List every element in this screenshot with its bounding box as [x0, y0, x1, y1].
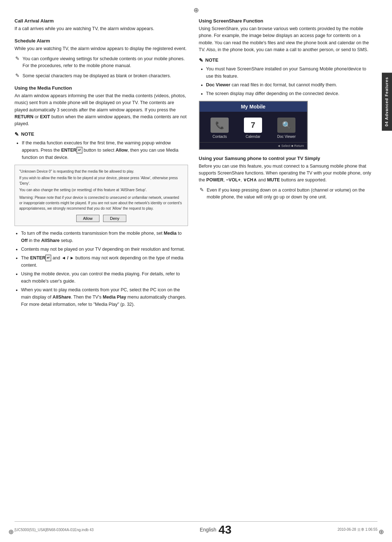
deny-button[interactable]: Deny [103, 215, 126, 222]
bullet-2: Contents may not be played on your TV de… [21, 246, 188, 253]
screenshare-note-item-1: You must have ScreenShare installed on y… [206, 65, 372, 80]
my-mobile-title: My Mobile [200, 102, 307, 112]
media-function-note-block: ✎ NOTE If the media function executes fo… [15, 131, 188, 161]
call-arrival-alarm-body: If a call arrives while you are watching… [15, 25, 188, 32]
call-arrival-alarm-title: Call Arrival Alarm [15, 18, 188, 24]
docviewer-label: Doc Viewer [277, 135, 296, 139]
dialog-text2: If you wish to allow the media file to b… [19, 175, 183, 186]
dialog-buttons: Allow Deny [19, 215, 183, 222]
docviewer-icon-box: 🔍 [277, 118, 295, 133]
crosshair-top-icon: ⊕ [192, 7, 200, 14]
schedule-alarm-note1-text: You can configure viewing settings for s… [23, 56, 188, 70]
bullet-3: The ENTER↵ and ◄ / ► buttons may not wor… [21, 254, 188, 269]
right-column: Using ScreenShare Function Using ScreenS… [199, 18, 372, 517]
media-bullets: To turn off the media contents transmiss… [15, 230, 188, 308]
calendar-icon-box: 7 [244, 118, 262, 133]
samsung-phone-title: Using your Samsung phone to control your… [199, 156, 372, 161]
page-number: 43 [219, 524, 232, 535]
note-header-label: NOTE [21, 131, 34, 137]
screenshare-note-item-3: The screen display may differ depending … [206, 90, 372, 97]
page-label: English [200, 527, 216, 533]
screenshare-body: Using ScreenShare, you can browse variou… [199, 25, 372, 54]
media-dialog-box: "Unknown Device 0" is requesting that th… [15, 165, 188, 226]
dialog-text1: "Unknown Device 0" is requesting that th… [19, 169, 183, 174]
calendar-number: 7 [251, 120, 255, 130]
my-mobile-footer-text: ◄ Select ■ Return [277, 144, 304, 148]
samsung-phone-note-text: Even if you keep pressing down on a cont… [207, 187, 372, 201]
bullet-4: Using the mobile device, you can control… [21, 270, 188, 285]
screenshare-note-item-2: Doc Viewer can read files in doc format,… [206, 81, 372, 89]
contacts-icon-box: 📞 [211, 118, 229, 133]
contacts-icon-item: 📞 Contacts [211, 118, 229, 139]
page-number-area: English 43 [200, 524, 232, 535]
calendar-icon-item: 7 Calendar [244, 118, 262, 139]
media-function-note-item-1: If the media function executes for the f… [22, 139, 188, 161]
main-content: Call Arrival Alarm If a call arrives whi… [15, 18, 372, 517]
screenshare-note-label: NOTE [205, 57, 219, 63]
left-column: Call Arrival Alarm If a call arrives whi… [15, 18, 188, 517]
schedule-alarm-title: Schedule Alarm [15, 38, 188, 44]
screenshare-note-block: ✎ NOTE You must have ScreenShare install… [199, 57, 372, 97]
media-function-title: Using the Media Function [15, 85, 188, 91]
bullet-1: To turn off the media contents transmiss… [21, 230, 188, 244]
my-mobile-footer: ◄ Select ■ Return [200, 142, 307, 149]
screenshare-note-icon: ✎ [199, 57, 203, 63]
calendar-label: Calendar [246, 135, 261, 139]
samsung-phone-note: Even if you keep pressing down on a cont… [199, 187, 372, 201]
dialog-text3: You can also change the setting (or rese… [19, 187, 183, 193]
chapter-tab: 04 Advanced Features [382, 73, 392, 131]
crosshair-bottom-left-icon: ⊕ [7, 528, 15, 535]
media-function-note-header: ✎ NOTE [15, 131, 188, 137]
docviewer-icon-item: 🔍 Doc Viewer [277, 118, 296, 139]
bottom-right-text: 2010-06-28 오후 1:06:55 [338, 527, 377, 532]
schedule-alarm-note2: Some special characters may be displayed… [15, 73, 188, 79]
screenshare-note-list: You must have ScreenShare installed on y… [199, 65, 372, 97]
screenshare-note-header: ✎ NOTE [199, 57, 372, 63]
media-function-body: An alarm window appears informing the us… [15, 93, 188, 128]
schedule-alarm-body: While you are watching TV, the alarm win… [15, 45, 188, 52]
samsung-phone-body: Before you can use this feature, you mus… [199, 163, 372, 184]
allow-button[interactable]: Allow [76, 215, 99, 222]
bottom-bar: [UC5000(5S)_USA]BN68-03004A-01Eng.indb 4… [15, 521, 377, 535]
my-mobile-icons: 📞 Contacts 7 Calendar 🔍 Doc Viewer [200, 112, 307, 142]
schedule-alarm-note2-text: Some special characters may be displayed… [23, 73, 188, 79]
screenshare-title: Using ScreenShare Function [199, 18, 372, 24]
dialog-warning: Warning: Please note that if your device… [19, 195, 183, 211]
bottom-left-text: [UC5000(5S)_USA]BN68-03004A-01Eng.indb 4… [15, 528, 94, 532]
crosshair-bottom-right-icon: ⊕ [377, 528, 385, 535]
my-mobile-screenshot: My Mobile 📞 Contacts 7 Calendar 🔍 Doc Vi… [199, 101, 308, 150]
bullet-5: When you want to play media contents fro… [21, 286, 188, 308]
media-function-note-list: If the media function executes for the f… [15, 139, 188, 161]
contacts-label: Contacts [213, 135, 227, 139]
note-pencil-icon: ✎ [15, 131, 19, 137]
schedule-alarm-note1: You can configure viewing settings for s… [15, 56, 188, 70]
